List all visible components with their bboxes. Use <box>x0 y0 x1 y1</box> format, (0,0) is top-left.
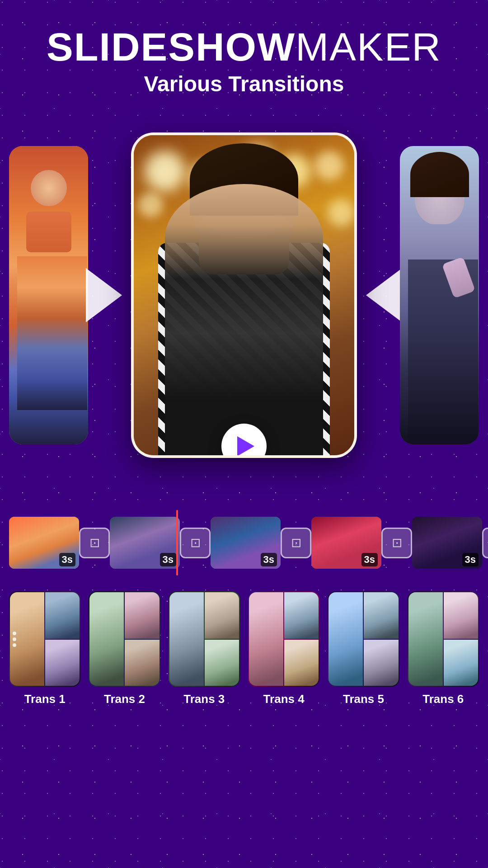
timeline-inner: 3s 3s 3s 3s <box>9 517 479 569</box>
thumb-time-2: 3s <box>160 553 176 566</box>
center-photo <box>131 132 357 458</box>
thumb-time-4: 3s <box>361 553 378 566</box>
timeline-photo-3[interactable]: 3s <box>211 517 281 569</box>
transition-item-4[interactable]: Trans 4 <box>248 591 319 706</box>
transition-label-5: Trans 5 <box>343 692 384 706</box>
thumb-time-1: 3s <box>59 553 75 566</box>
transition-item-1[interactable]: Trans 1 <box>9 591 80 706</box>
transitions-grid: Trans 1 Trans 2 Trans 3 <box>9 591 479 706</box>
transition-icon-3[interactable] <box>281 528 311 558</box>
thumb-time-3: 3s <box>261 553 277 566</box>
transition-icon-2[interactable] <box>180 528 211 558</box>
play-button[interactable] <box>221 424 267 458</box>
connector-right <box>366 268 402 322</box>
transition-icon-1[interactable] <box>79 528 110 558</box>
timeline-photo-5[interactable]: 3s <box>412 517 482 569</box>
side-photo-right <box>400 146 479 444</box>
transition-item-6[interactable]: Trans 6 <box>408 591 479 706</box>
transitions-section: Trans 1 Trans 2 Trans 3 <box>0 578 488 715</box>
transition-icon-4[interactable] <box>381 528 412 558</box>
app-title-light: MAKER <box>296 24 441 69</box>
transition-label-4: Trans 4 <box>263 692 305 706</box>
transition-item-2[interactable]: Trans 2 <box>89 591 160 706</box>
timeline-photo-1[interactable]: 3s <box>9 517 79 569</box>
transition-label-1: Trans 1 <box>24 692 66 706</box>
timeline-photo-2[interactable]: 3s <box>110 517 180 569</box>
thumb-time-5: 3s <box>462 553 479 566</box>
transition-item-3[interactable]: Trans 3 <box>169 591 240 706</box>
side-photo-left <box>9 146 88 444</box>
header: SLIDESHOWMAKER Various Transitions <box>0 0 488 110</box>
app-title: SLIDESHOWMAKER <box>18 27 470 67</box>
transition-item-5[interactable]: Trans 5 <box>328 591 399 706</box>
slideshow-area <box>0 110 488 481</box>
app-subtitle: Various Transitions <box>18 71 470 96</box>
app-title-bold: SLIDESHOW <box>47 24 296 69</box>
play-icon <box>237 436 254 456</box>
timeline-strip: 3s 3s 3s 3s <box>0 481 488 578</box>
transition-icon-5[interactable] <box>482 528 488 558</box>
transition-label-3: Trans 3 <box>183 692 225 706</box>
transition-label-2: Trans 2 <box>104 692 145 706</box>
timeline-indicator <box>176 510 178 576</box>
timeline-photo-4[interactable]: 3s <box>311 517 381 569</box>
transition-label-6: Trans 6 <box>422 692 464 706</box>
connector-left <box>86 268 122 322</box>
